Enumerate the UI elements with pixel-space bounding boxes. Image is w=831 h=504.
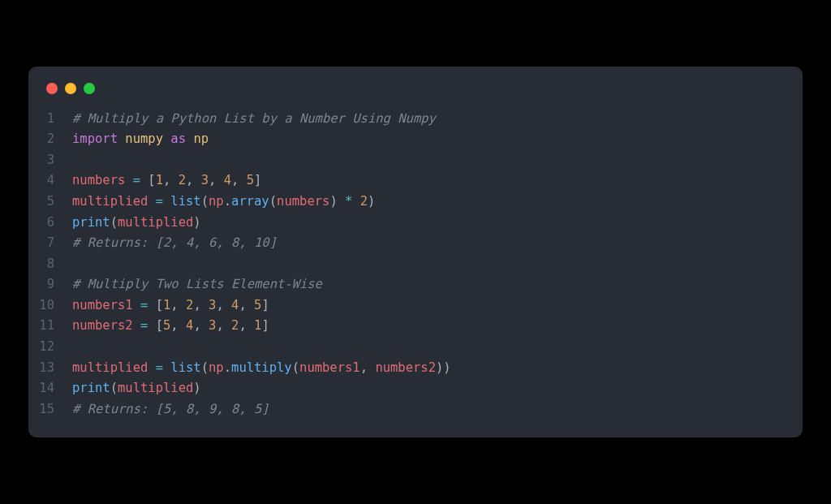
code-line: 12 — [28, 337, 803, 358]
code-content: # Multiply a Python List by a Number Usi… — [72, 109, 436, 130]
code-content: numbers = [1, 2, 3, 4, 5] — [72, 170, 261, 192]
code-line: 3 — [28, 150, 803, 171]
code-content: print(multiplied) — [72, 213, 201, 234]
line-number: 14 — [28, 378, 72, 399]
line-number: 4 — [28, 170, 72, 192]
code-area[interactable]: 1# Multiply a Python List by a Number Us… — [28, 109, 803, 420]
line-number: 11 — [28, 316, 72, 337]
code-content: # Returns: [5, 8, 9, 8, 5] — [72, 399, 269, 420]
titlebar — [28, 83, 803, 109]
line-number: 13 — [28, 358, 72, 379]
code-line: 9# Multiply Two Lists Element-Wise — [28, 274, 803, 295]
line-number: 9 — [28, 274, 72, 295]
code-line: 8 — [28, 254, 803, 275]
maximize-icon[interactable] — [84, 83, 95, 94]
close-icon[interactable] — [46, 83, 58, 94]
code-content: numbers1 = [1, 2, 3, 4, 5] — [72, 295, 269, 317]
code-window: 1# Multiply a Python List by a Number Us… — [28, 67, 803, 437]
code-content: multiplied = list(np.multiply(numbers1, … — [72, 358, 451, 379]
code-line: 5multiplied = list(np.array(numbers) * 2… — [28, 192, 803, 213]
code-content: multiplied = list(np.array(numbers) * 2) — [72, 192, 375, 213]
code-content: import numpy as np — [72, 129, 209, 150]
line-number: 5 — [28, 192, 72, 213]
line-number: 15 — [28, 399, 72, 420]
line-number: 8 — [28, 254, 72, 275]
line-number: 3 — [28, 150, 72, 171]
code-line: 1# Multiply a Python List by a Number Us… — [28, 109, 803, 130]
code-line: 6print(multiplied) — [28, 213, 803, 234]
code-line: 2import numpy as np — [28, 129, 803, 150]
code-line: 14print(multiplied) — [28, 378, 803, 399]
code-line: 15# Returns: [5, 8, 9, 8, 5] — [28, 399, 803, 420]
line-number: 6 — [28, 213, 72, 234]
code-line: 4numbers = [1, 2, 3, 4, 5] — [28, 170, 803, 192]
line-number: 10 — [28, 295, 72, 317]
code-content: numbers2 = [5, 4, 3, 2, 1] — [72, 316, 269, 337]
line-number: 12 — [28, 337, 72, 358]
line-number: 2 — [28, 129, 72, 150]
line-number: 1 — [28, 109, 72, 130]
minimize-icon[interactable] — [65, 83, 76, 94]
code-line: 10numbers1 = [1, 2, 3, 4, 5] — [28, 295, 803, 317]
code-line: 13multiplied = list(np.multiply(numbers1… — [28, 358, 803, 379]
code-line: 7# Returns: [2, 4, 6, 8, 10] — [28, 233, 803, 254]
code-content: print(multiplied) — [72, 378, 201, 399]
line-number: 7 — [28, 233, 72, 254]
code-content: # Returns: [2, 4, 6, 8, 10] — [72, 233, 277, 254]
code-line: 11numbers2 = [5, 4, 3, 2, 1] — [28, 316, 803, 337]
code-content: # Multiply Two Lists Element-Wise — [72, 274, 322, 295]
